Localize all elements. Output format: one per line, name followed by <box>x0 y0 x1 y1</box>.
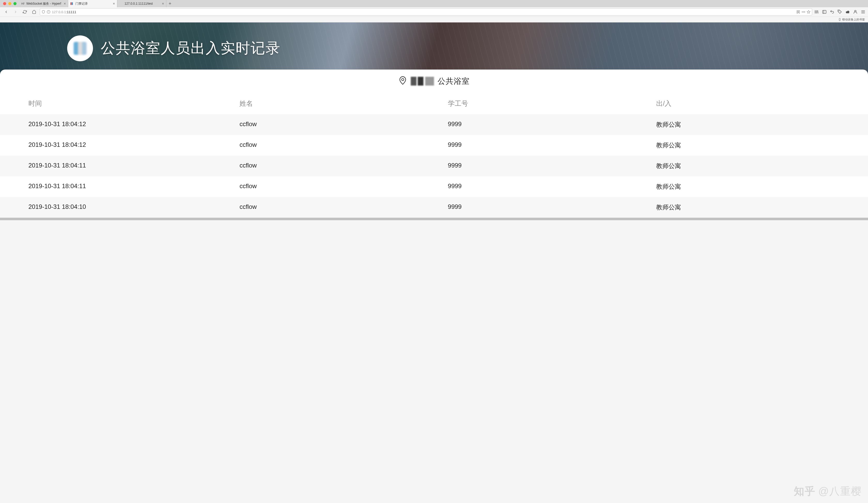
location-suffix: 公共浴室 <box>437 76 470 86</box>
svg-point-21 <box>855 10 856 12</box>
tab-strip: HF WebSocket 服务 - Hyperf × 门禁记录 × 127.0.… <box>0 0 868 7</box>
qr-icon[interactable] <box>796 10 800 14</box>
svg-rect-9 <box>799 13 800 13</box>
cell-id: 9999 <box>443 203 651 212</box>
address-text: 127.0.0.1:11111 <box>52 10 795 14</box>
svg-rect-1 <box>72 2 73 5</box>
col-id: 学工号 <box>443 99 651 108</box>
bookmark-label: 移动设备上的书签 <box>842 18 865 21</box>
svg-rect-25 <box>839 18 840 21</box>
cell-time: 2019-10-31 18:04:11 <box>0 162 234 170</box>
table-row: 2019-10-31 18:04:11ccflow9999教师公寓 <box>0 176 868 197</box>
account-icon[interactable] <box>853 10 858 14</box>
svg-rect-5 <box>797 11 798 12</box>
cell-direction: 教师公寓 <box>651 203 868 212</box>
cell-id: 9999 <box>443 121 651 129</box>
table-row: 2019-10-31 18:04:12ccflow9999教师公寓 <box>0 135 868 156</box>
bookmark-star-icon[interactable] <box>807 10 810 14</box>
cell-name: ccflow <box>234 141 443 150</box>
close-icon[interactable]: × <box>64 2 66 6</box>
cell-name: ccflow <box>234 183 443 191</box>
sidebar-icon[interactable] <box>822 10 827 14</box>
bookmark-mobile[interactable]: 移动设备上的书签 <box>838 18 865 21</box>
cell-name: ccflow <box>234 203 443 212</box>
table-row: 2019-10-31 18:04:11ccflow9999教师公寓 <box>0 156 868 176</box>
col-direction: 出/入 <box>651 99 868 108</box>
bookmark-bar: 移动设备上的书签 <box>0 17 868 22</box>
home-button[interactable] <box>30 8 38 16</box>
window-maximize-button[interactable] <box>13 2 17 5</box>
browser-tab-active[interactable]: 门禁记录 × <box>68 0 117 7</box>
more-icon[interactable]: ••• <box>802 10 805 14</box>
table-row: 2019-10-31 18:04:10ccflow9999教师公寓 <box>0 197 868 218</box>
library-icon[interactable] <box>814 10 819 14</box>
page-title: 公共浴室人员出入实时记录 <box>101 39 280 58</box>
tag-icon[interactable] <box>838 10 842 14</box>
hero-banner: 公共浴室人员出入实时记录 <box>0 22 868 74</box>
shield-icon[interactable] <box>42 10 45 14</box>
cell-direction: 教师公寓 <box>651 162 868 170</box>
undo-icon[interactable] <box>830 10 834 14</box>
browser-toolbar: 127.0.0.1:11111 ••• <box>0 7 868 17</box>
cell-name: ccflow <box>234 162 443 170</box>
page-content: 公共浴室人员出入实时记录 公共浴室 时间 姓名 学工号 出/入 2019-10-… <box>0 22 868 218</box>
menu-icon[interactable] <box>861 10 865 14</box>
cell-time: 2019-10-31 18:04:12 <box>0 121 234 129</box>
svg-rect-15 <box>823 10 826 13</box>
cell-direction: 教师公寓 <box>651 141 868 150</box>
tab-favicon <box>70 2 74 6</box>
location-name-censored <box>411 77 434 85</box>
svg-point-4 <box>49 11 49 11</box>
table-header-row: 时间 姓名 学工号 出/入 <box>0 93 868 114</box>
col-time: 时间 <box>0 99 234 108</box>
close-icon[interactable]: × <box>162 2 164 6</box>
cell-time: 2019-10-31 18:04:11 <box>0 183 234 191</box>
cell-id: 9999 <box>443 183 651 191</box>
svg-rect-8 <box>799 12 799 13</box>
col-name: 姓名 <box>234 99 443 108</box>
cell-time: 2019-10-31 18:04:12 <box>0 141 234 150</box>
browser-chrome: HF WebSocket 服务 - Hyperf × 门禁记录 × 127.0.… <box>0 0 868 22</box>
cloud-icon[interactable] <box>845 10 850 14</box>
new-tab-button[interactable]: + <box>166 0 174 7</box>
horizontal-scrollbar[interactable] <box>0 218 868 220</box>
tab-title: WebSocket 服务 - Hyperf <box>26 2 62 6</box>
cell-direction: 教师公寓 <box>651 121 868 129</box>
info-icon[interactable] <box>47 10 50 14</box>
tab-title: 门禁记录 <box>75 2 111 6</box>
toolbar-right <box>814 10 865 14</box>
records-table: 时间 姓名 学工号 出/入 2019-10-31 18:04:12ccflow9… <box>0 93 868 218</box>
svg-line-14 <box>818 10 818 13</box>
svg-point-27 <box>402 79 404 81</box>
tab-favicon <box>119 2 123 6</box>
window-close-button[interactable] <box>3 2 6 5</box>
location-bar: 公共浴室 <box>0 70 868 93</box>
hero-logo <box>67 35 93 61</box>
location-pin-icon <box>398 76 407 86</box>
svg-point-17 <box>839 11 839 11</box>
scrollbar-thumb[interactable] <box>0 218 868 220</box>
window-minimize-button[interactable] <box>8 2 11 5</box>
forward-button[interactable] <box>12 8 19 16</box>
tab-favicon: HF <box>21 2 25 6</box>
tab-title: 127.0.0.1:11111/test <box>125 2 161 6</box>
svg-rect-0 <box>71 2 72 5</box>
table-row: 2019-10-31 18:04:12ccflow9999教师公寓 <box>0 114 868 135</box>
svg-rect-20 <box>847 12 849 13</box>
cell-direction: 教师公寓 <box>651 183 868 191</box>
browser-tab[interactable]: 127.0.0.1:11111/test × <box>117 0 166 7</box>
svg-marker-10 <box>807 10 810 13</box>
back-button[interactable] <box>3 8 10 16</box>
address-bar[interactable]: 127.0.0.1:11111 ••• <box>40 8 812 16</box>
window-controls <box>2 2 19 5</box>
browser-tab[interactable]: HF WebSocket 服务 - Hyperf × <box>19 0 68 7</box>
cell-time: 2019-10-31 18:04:10 <box>0 203 234 212</box>
close-icon[interactable]: × <box>113 2 115 6</box>
reload-button[interactable] <box>21 8 28 16</box>
svg-rect-6 <box>799 11 800 12</box>
cell-id: 9999 <box>443 141 651 150</box>
svg-rect-7 <box>797 12 798 13</box>
cell-id: 9999 <box>443 162 651 170</box>
cell-name: ccflow <box>234 121 443 129</box>
